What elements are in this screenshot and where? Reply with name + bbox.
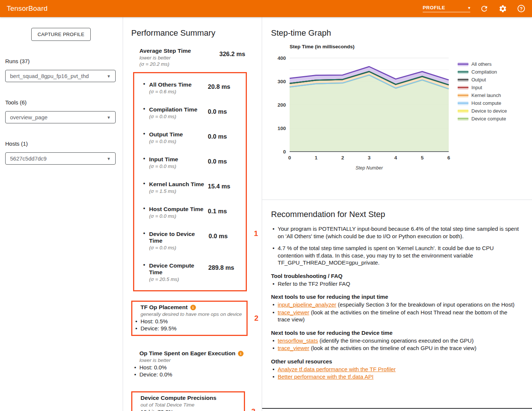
- right-column: Step-time Graph 01002003004000123456Step…: [262, 17, 532, 411]
- summary-item-value: 0.0 ms: [208, 156, 242, 169]
- summary-item-label: Output Time: [149, 131, 183, 138]
- summary-item-label: All Others Time: [149, 81, 191, 88]
- summary-item-sigma: (σ = 0.0 ms): [149, 245, 209, 250]
- tools-label: Tools (6): [5, 99, 123, 106]
- summary-item-label: Device Compute Time: [149, 262, 208, 276]
- summary-item: Compilation Time(σ = 0.0 ms)0.0 ms: [134, 100, 246, 125]
- legend-swatch: [458, 70, 468, 74]
- summary-item: Host Compute Time(σ = 0.0 ms)0.1 ms: [134, 200, 246, 225]
- device-compute-precisions-title: Device Compute Precisions: [141, 395, 216, 401]
- question-mark-glyph: ?: [518, 5, 525, 12]
- app-header: TensorBoard PROFILE ▾ ?: [0, 0, 532, 17]
- step-time-graph-card: Step-time Graph 01002003004000123456Step…: [262, 17, 532, 200]
- summary-item-value: 15.4 ms: [208, 181, 242, 194]
- legend-item: Device to device: [458, 107, 507, 115]
- link-better-performance-with-the-tf-data-api[interactable]: Better performance with the tf.data API: [278, 373, 374, 380]
- legend-label: Device to device: [471, 108, 507, 114]
- svg-text:100: 100: [277, 126, 286, 131]
- legend-swatch: [458, 109, 468, 113]
- summary-item: Kernel Launch Time(σ = 1.5 ms)15.4 ms: [134, 175, 246, 200]
- recommendation-section: Next tools to use for reducing the Devic…: [271, 330, 523, 352]
- chevron-down-icon: ▼: [107, 115, 111, 120]
- link-trace-viewer[interactable]: trace_viewer: [278, 345, 309, 351]
- step-time-graph-title: Step-time Graph: [271, 28, 532, 38]
- hosts-select[interactable]: 5627c5dd7dc9 ▼: [5, 152, 116, 165]
- legend-label: All others: [471, 61, 491, 67]
- tf-op-placement-item: Host: 0.5%: [132, 318, 246, 325]
- chevron-down-icon: ▾: [468, 5, 470, 10]
- svg-text:400: 400: [277, 55, 286, 61]
- svg-text:0: 0: [283, 149, 286, 155]
- help-icon[interactable]: ?: [516, 4, 526, 13]
- recommendation-text: Your program is POTENTIALLY input-bound …: [278, 226, 519, 239]
- performance-summary-title: Performance Summary: [131, 28, 262, 38]
- recommendation-text: (identify the time-consuming operations …: [318, 337, 474, 344]
- average-step-time-label: Average Step Time: [139, 48, 191, 54]
- capture-profile-button[interactable]: CAPTURE PROFILE: [31, 28, 91, 41]
- hosts-label: Hosts (1): [5, 140, 123, 147]
- summary-item: All Others Time(σ = 0.6 ms)20.8 ms: [134, 75, 246, 100]
- average-step-time-value: 326.2 ms: [219, 48, 255, 67]
- svg-text:300: 300: [277, 79, 286, 84]
- summary-item-label: Input Time: [149, 156, 178, 163]
- summary-item-sigma: (σ = 0.0 ms): [149, 164, 178, 169]
- recommendation-section-heading: Other useful resources: [271, 358, 523, 365]
- legend-label: Input: [471, 85, 482, 90]
- svg-text:0: 0: [288, 155, 291, 161]
- summary-item-sigma: (σ = 1.5 ms): [149, 188, 204, 194]
- svg-text:4: 4: [394, 155, 397, 161]
- legend-swatch: [458, 101, 468, 105]
- sidebar: CAPTURE PROFILE Runs (37) bert_squad_8gp…: [0, 17, 123, 411]
- summary-item-sigma: (σ = 0.0 ms): [149, 139, 183, 144]
- link-analyze-tf-data-performance-with-the-tf-[interactable]: Analyze tf.data performance with the TF …: [278, 366, 396, 372]
- annotated-region-1: All Others Time(σ = 0.6 ms)20.8 msCompil…: [133, 72, 247, 291]
- svg-text:1: 1: [315, 155, 318, 161]
- svg-text:2: 2: [341, 155, 344, 161]
- recommendation-item: Analyze tf.data performance with the TF …: [271, 366, 519, 373]
- runs-select[interactable]: bert_squad_8gpu_fp16_pvt_thd ▼: [5, 70, 116, 82]
- eager-execution-title: Op Time Spent on Eager Execution: [139, 350, 235, 357]
- info-icon[interactable]: i: [238, 351, 244, 356]
- recommendation-section: Other useful resourcesAnalyze tf.data pe…: [271, 358, 523, 381]
- app-title: TensorBoard: [7, 4, 48, 13]
- link-tensorflow-stats[interactable]: tensorflow_stats: [278, 337, 318, 344]
- legend-swatch: [458, 78, 468, 82]
- legend-label: Host compute: [471, 100, 501, 106]
- recommendation-item: Your program is POTENTIALLY input-bound …: [271, 225, 519, 240]
- recommendation-item: Refer to the TF2 Profiler FAQ: [271, 280, 519, 288]
- svg-text:Step Number: Step Number: [355, 165, 383, 171]
- legend-label: Device compute: [471, 116, 506, 122]
- eager-execution-item: Device: 0.0%: [131, 371, 248, 378]
- svg-text:5: 5: [421, 155, 424, 161]
- refresh-icon[interactable]: [479, 4, 489, 13]
- average-step-time-row: Average Step Time lower is better (σ = 2…: [139, 48, 255, 67]
- recommendation-text: (especially Section 3 for the breakdown …: [336, 301, 515, 308]
- annotation-number-1: 1: [254, 229, 258, 238]
- dashboard-select[interactable]: PROFILE ▾: [423, 5, 470, 12]
- content-bottom-divider: [262, 408, 532, 409]
- tools-select-value: overview_page: [10, 114, 48, 120]
- info-icon[interactable]: i: [190, 305, 196, 310]
- legend-item: Host compute: [458, 99, 507, 107]
- tools-select[interactable]: overview_page ▼: [5, 111, 116, 123]
- hosts-select-value: 5627c5dd7dc9: [10, 155, 46, 162]
- link-input-pipeline-analyzer[interactable]: input_pipeline_analyzer: [278, 301, 336, 308]
- svg-text:Step Time (in milliseconds): Step Time (in milliseconds): [290, 44, 355, 49]
- step-time-chart: 01002003004000123456Step Time (in millis…: [267, 41, 452, 172]
- gear-icon[interactable]: [498, 4, 507, 13]
- legend-swatch: [458, 86, 468, 90]
- summary-item: Device Compute Time(σ = 20.5 ms)289.8 ms: [134, 256, 246, 288]
- summary-item-sigma: (σ = 0.0 ms): [149, 114, 197, 119]
- legend-swatch: [458, 62, 468, 66]
- summary-item-label: Host Compute Time: [149, 206, 203, 213]
- link-trace-viewer[interactable]: trace_viewer: [278, 309, 309, 315]
- recommendation-item: tensorflow_stats (identify the time-cons…: [271, 337, 519, 344]
- legend-item: Output: [458, 76, 507, 84]
- legend-item: Input: [458, 84, 507, 91]
- chevron-down-icon: ▼: [107, 74, 111, 78]
- summary-item-value: 20.8 ms: [208, 81, 242, 94]
- recommendation-section: Next tools to use for reducing the input…: [271, 294, 523, 323]
- legend-label: Kernel launch: [471, 93, 501, 98]
- summary-item-value: 0.1 ms: [208, 206, 242, 219]
- annotation-number-3: 3: [251, 407, 255, 411]
